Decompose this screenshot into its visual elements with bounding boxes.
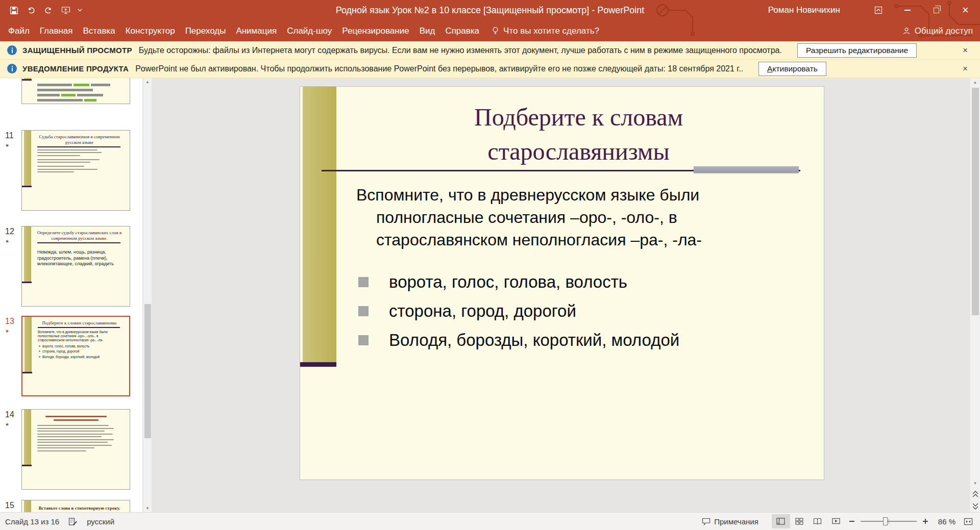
zoom-in-button[interactable] [919,514,932,528]
slide-bullet-list[interactable]: ворота, голос, голова, волость сторона, … [358,273,679,361]
previous-slide-button[interactable] [970,488,980,500]
slide-number: 14 [5,410,20,419]
thumbnail-slide-14[interactable]: 14 ★ [0,409,142,491]
paragraph-line: Вспомните, что в древнерусском языке был… [356,184,702,206]
proofing-button[interactable] [68,517,78,526]
scroll-up-icon[interactable]: ▲ [973,78,977,87]
share-button[interactable]: Общий доступ [902,26,973,36]
app-header: Родной язык Урок №2 в 10 классе [Защищен… [0,0,980,41]
restore-icon [934,8,939,13]
tab-home[interactable]: Главная [35,21,78,41]
paragraph-line: полногласные сочетания –оро-, -оло-, в [376,206,702,229]
tell-me-box[interactable]: Что вы хотите сделать? [492,26,599,36]
thumbnail-slide-13[interactable]: 13 ★ Подберите к словам старославянизмы … [0,316,142,397]
save-button[interactable] [5,3,22,18]
tab-view[interactable]: Вид [414,21,440,41]
tab-insert[interactable]: Вставка [78,21,120,41]
thumbnail-slide-partial[interactable] [0,78,142,105]
restore-button[interactable] [922,0,951,20]
scroll-up-icon[interactable]: ▲ [143,80,152,84]
tab-design[interactable]: Конструктор [120,21,180,41]
close-notification-icon[interactable]: × [959,45,972,56]
double-chevron-down-icon [972,503,978,510]
tell-me-label: Что вы хотите сделать? [503,26,599,36]
slide-counter[interactable]: Слайд 13 из 16 [5,517,59,526]
reading-view-button[interactable] [808,514,827,528]
normal-view-button[interactable] [772,514,790,528]
thumbnail-preview: Судьба старославянизмов в современном ру… [21,130,130,211]
minimize-button[interactable] [893,0,922,20]
thumbnail-slide-12[interactable]: 12 ★ Определите судьбу старославянских с… [0,226,142,308]
undo-button[interactable] [22,3,40,18]
bullet-text: сторона, город, дорогой [389,301,576,321]
slide-paragraph[interactable]: Вспомните, что в древнерусском языке был… [356,184,702,251]
close-button[interactable]: × [951,0,980,20]
tab-slideshow[interactable]: Слайд-шоу [282,21,337,41]
scrollbar-track[interactable] [970,87,980,479]
scroll-down-icon[interactable]: ▼ [973,479,977,488]
mini-slide-body: Невежда, шлем, нощь, разница, градострои… [37,249,123,267]
slide-number: 15 [5,501,20,510]
scroll-down-icon[interactable]: ▼ [143,506,152,511]
mini-design-band [24,226,31,282]
tab-transitions[interactable]: Переходы [180,21,231,41]
mini-title-rule [37,146,120,147]
tab-file[interactable]: Файл [3,21,35,41]
activate-button[interactable]: Активировать [758,62,826,76]
customize-qat-button[interactable] [75,3,85,18]
slide-number: 12 [5,227,20,236]
slide-number: 13 [5,317,20,326]
account-name[interactable]: Роман Новичихин [768,5,840,15]
double-chevron-up-icon [972,491,978,497]
zoom-percentage[interactable]: 86 % [938,517,955,526]
mini-bullet-text: Володя, борозды, короткий, молодой [42,355,100,359]
normal-view-icon [776,518,785,525]
animation-star-icon: ★ [5,422,20,427]
tab-review[interactable]: Рецензирование [337,21,414,41]
tab-help[interactable]: Справка [440,21,484,41]
next-slide-button[interactable] [970,500,980,512]
scrollbar-thumb[interactable] [972,88,979,315]
zoom-slider-handle[interactable] [883,517,888,525]
thumbnail-scrollbar-thumb[interactable] [144,304,151,439]
slide-sorter-icon [795,518,803,525]
thumbnail-gutter: 13 ★ [5,317,20,334]
zoom-slider-tick [889,519,889,524]
thumbnail-slide-15[interactable]: 15 ★ Вставьте слова в стихотворную строк… [0,500,142,512]
mini-design-band [24,131,31,186]
enable-editing-button[interactable]: Разрешить редактирование [797,43,917,58]
bullet-item: сторона, город, дорогой [358,302,679,319]
product-notice-label: УВЕДОМЛЕНИЕ ПРОДУКТА [22,64,129,73]
comments-button[interactable]: Примечания [702,517,758,526]
thumbnail-slide-11[interactable]: 11 ★ Судьба старославянизмов в современн… [0,130,142,212]
lightbulb-icon [492,27,499,35]
slide-title-line1: Подберите к словам [336,100,821,134]
start-slideshow-button[interactable] [57,3,75,18]
slide-sorter-view-button[interactable] [790,514,808,528]
undo-icon [27,6,36,14]
slide-canvas[interactable]: Подберите к словам старославянизмы Вспом… [300,86,824,480]
zoom-out-button[interactable] [845,514,859,528]
titlebar-right: Роман Новичихин × [768,0,980,20]
slide-title-line2: старославянизмы [336,134,821,168]
slide-title[interactable]: Подберите к словам старославянизмы [336,100,821,168]
close-notification-icon[interactable]: × [959,64,972,74]
fit-slide-button[interactable] [961,514,976,528]
main-vertical-scrollbar[interactable]: ▲ ▼ [970,78,980,512]
minimize-icon [904,10,911,11]
slide-design-band-end [300,362,336,367]
info-icon [7,45,17,55]
product-notice-bar: УВЕДОМЛЕНИЕ ПРОДУКТА PowerPoint не был а… [0,60,980,78]
zoom-slider[interactable] [861,521,917,522]
redo-button[interactable] [40,3,57,18]
mini-bullet-text: сторона, город, дорогой [42,349,79,353]
thumbnail-preview: Определите судьбу старославянских слов в… [21,226,130,307]
language-indicator[interactable]: русский [87,517,114,526]
status-bar-right: Примечания 86 % [702,514,976,528]
slide-design-band [303,87,336,363]
thumbnail-scrollbar[interactable]: ▲ ▼ [143,78,152,512]
share-person-icon [902,27,911,35]
ribbon-display-options-button[interactable] [864,0,893,20]
tab-animations[interactable]: Анимация [231,21,282,41]
slideshow-view-button[interactable] [827,514,845,528]
